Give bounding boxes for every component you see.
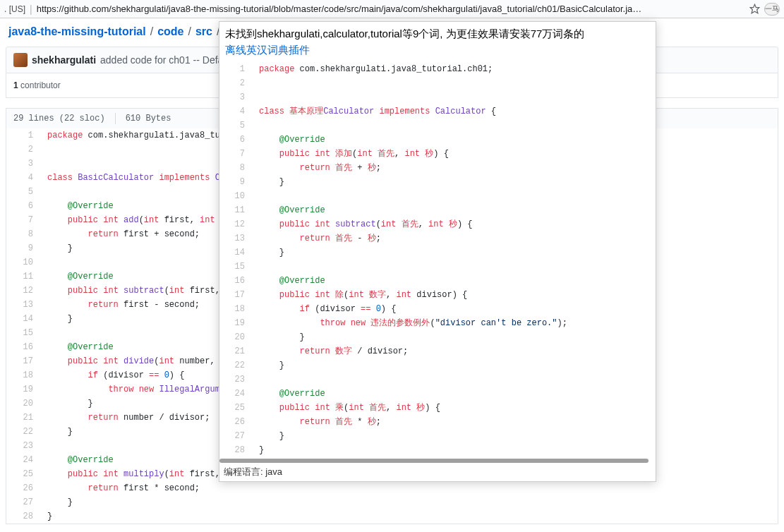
line-content[interactable] <box>252 260 656 274</box>
line-number[interactable]: 6 <box>6 199 40 213</box>
avatar[interactable] <box>13 53 28 67</box>
line-number[interactable]: 17 <box>219 288 252 302</box>
line-number[interactable]: 15 <box>219 260 252 274</box>
line-content[interactable]: if (divisor == 0) { <box>252 302 656 316</box>
line-number[interactable]: 19 <box>219 316 252 330</box>
line-number[interactable]: 23 <box>219 373 252 387</box>
line-content[interactable]: class 基本原理Calculator implements Calculat… <box>252 104 656 119</box>
line-content[interactable] <box>252 90 656 104</box>
line-number[interactable]: 7 <box>219 147 252 161</box>
line-number[interactable]: 26 <box>219 415 252 429</box>
line-number[interactable]: 2 <box>219 76 252 90</box>
line-number[interactable]: 4 <box>6 171 40 185</box>
line-number[interactable]: 22 <box>219 358 252 373</box>
line-number[interactable]: 20 <box>219 330 252 344</box>
line-number[interactable]: 7 <box>6 213 40 227</box>
line-content[interactable]: } <box>252 429 656 443</box>
file-bytes: 610 Bytes <box>126 114 171 123</box>
breadcrumb-repo[interactable]: java8-the-missing-tutorial <box>8 25 146 38</box>
translation-popup[interactable]: 未找到shekhargulati,calculator,tutorial等9个词… <box>219 21 656 482</box>
breadcrumb-src[interactable]: src <box>195 25 212 38</box>
line-content[interactable]: public int 添加(int 首先, int 秒) { <box>252 147 656 161</box>
line-content[interactable]: } <box>252 330 656 344</box>
line-number[interactable]: 16 <box>6 340 40 354</box>
line-number[interactable]: 3 <box>219 90 252 104</box>
line-number[interactable]: 22 <box>6 425 40 439</box>
line-number[interactable]: 20 <box>6 397 40 411</box>
line-content[interactable]: return 首先 * 秒; <box>252 415 656 429</box>
line-number[interactable]: 27 <box>6 495 40 509</box>
line-number[interactable]: 1 <box>6 128 40 143</box>
line-content[interactable] <box>252 189 656 203</box>
line-number[interactable]: 10 <box>6 255 40 270</box>
line-content[interactable]: public int 除(int 数字, int divisor) { <box>252 288 656 302</box>
line-number[interactable]: 5 <box>219 119 252 133</box>
line-number[interactable]: 9 <box>6 241 40 255</box>
line-number[interactable]: 24 <box>6 453 40 467</box>
line-number[interactable]: 28 <box>219 443 252 457</box>
line-number[interactable]: 2 <box>6 143 40 157</box>
line-number[interactable]: 14 <box>6 312 40 326</box>
line-content[interactable] <box>252 373 656 387</box>
line-content[interactable]: @Override <box>252 274 656 288</box>
commit-message[interactable]: added code for ch01 -- Defaul <box>100 54 231 66</box>
line-content[interactable]: package com.shekhargulati.java8_tutorial… <box>252 62 656 76</box>
line-number[interactable]: 18 <box>6 368 40 382</box>
horizontal-scrollbar[interactable] <box>219 457 656 464</box>
line-content[interactable]: @Override <box>252 203 656 217</box>
line-number[interactable]: 21 <box>6 411 40 425</box>
line-number[interactable]: 18 <box>219 302 252 316</box>
url-text[interactable]: https://github.com/shekhargulati/java8-t… <box>37 4 744 14</box>
line-content[interactable]: } <box>252 443 656 457</box>
line-content[interactable]: return first * second; <box>40 481 778 495</box>
line-number[interactable]: 11 <box>6 270 40 284</box>
line-content[interactable] <box>252 76 656 90</box>
line-number[interactable]: 17 <box>6 354 40 368</box>
line-number[interactable]: 10 <box>219 189 252 203</box>
line-content[interactable]: public int subtract(int 首先, int 秒) { <box>252 217 656 231</box>
line-number[interactable]: 11 <box>219 203 252 217</box>
line-content[interactable]: throw new 违法的参数例外("divisor can't be zero… <box>252 316 656 330</box>
line-content[interactable]: public int 乘(int 首先, int 秒) { <box>252 401 656 415</box>
line-number[interactable]: 24 <box>219 387 252 401</box>
line-number[interactable]: 28 <box>6 509 40 524</box>
line-content[interactable]: @Override <box>252 133 656 147</box>
breadcrumb-code[interactable]: code <box>157 25 183 38</box>
line-number[interactable]: 8 <box>219 161 252 175</box>
line-number[interactable]: 13 <box>219 231 252 246</box>
line-number[interactable]: 15 <box>6 326 40 340</box>
commit-author[interactable]: shekhargulati <box>32 54 96 66</box>
line-content[interactable]: return 数字 / divisor; <box>252 344 656 358</box>
line-content[interactable]: } <box>40 495 778 509</box>
line-number[interactable]: 26 <box>6 481 40 495</box>
line-number[interactable]: 13 <box>6 298 40 312</box>
line-number[interactable]: 25 <box>219 401 252 415</box>
line-number[interactable]: 23 <box>6 439 40 453</box>
line-number[interactable]: 12 <box>219 217 252 231</box>
line-content[interactable]: return 首先 - 秒; <box>252 231 656 246</box>
line-number[interactable]: 6 <box>219 133 252 147</box>
line-number[interactable]: 3 <box>6 157 40 171</box>
line-number[interactable]: 19 <box>6 382 40 397</box>
line-number[interactable]: 27 <box>219 429 252 443</box>
line-content[interactable]: } <box>40 509 778 524</box>
line-number[interactable]: 1 <box>219 62 252 76</box>
line-number[interactable]: 25 <box>6 467 40 481</box>
line-number[interactable]: 4 <box>219 104 252 119</box>
line-content[interactable]: return 首先 + 秒; <box>252 161 656 175</box>
profile-badge[interactable]: 一马 <box>764 3 780 16</box>
offline-dictionary-link[interactable]: 离线英汉词典插件 <box>225 42 310 59</box>
bookmark-star-icon[interactable] <box>749 4 760 15</box>
line-content[interactable]: } <box>252 246 656 260</box>
line-number[interactable]: 9 <box>219 175 252 189</box>
line-number[interactable]: 21 <box>219 344 252 358</box>
line-number[interactable]: 8 <box>6 227 40 241</box>
line-content[interactable]: @Override <box>252 387 656 401</box>
line-number[interactable]: 14 <box>219 246 252 260</box>
line-content[interactable]: } <box>252 358 656 373</box>
line-number[interactable]: 12 <box>6 284 40 298</box>
line-number[interactable]: 16 <box>219 274 252 288</box>
line-content[interactable] <box>252 119 656 133</box>
line-number[interactable]: 5 <box>6 185 40 199</box>
line-content[interactable]: } <box>252 175 656 189</box>
